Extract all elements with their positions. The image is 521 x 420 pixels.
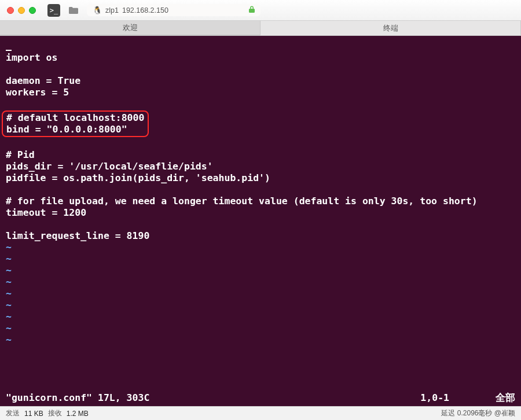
tab-welcome[interactable]: 欢迎 xyxy=(0,21,260,35)
terminal-view[interactable]: import os daemon = True workers = 5 # de… xyxy=(0,36,521,406)
send-value: 11 KB xyxy=(24,410,43,418)
code-line: # Pid xyxy=(6,149,35,160)
close-icon[interactable] xyxy=(7,7,14,14)
code-line: import os xyxy=(6,52,57,63)
tabbar: 欢迎 终端 xyxy=(0,21,521,36)
vim-tilde: ~ xyxy=(6,288,12,299)
host-user: zlp1 xyxy=(105,6,119,14)
code-line: daemon = True xyxy=(6,75,80,86)
window-controls xyxy=(7,7,36,14)
tab-terminal[interactable]: 终端 xyxy=(260,21,521,35)
vim-percent: 全部 xyxy=(496,392,515,404)
folder-icon[interactable] xyxy=(67,4,80,17)
host-ip: 192.168.2.150 xyxy=(122,6,168,14)
code-line: timeout = 1200 xyxy=(6,207,86,218)
vim-tilde: ~ xyxy=(6,311,12,322)
code-line: pids_dir = '/usr/local/seaflie/pids' xyxy=(6,161,213,172)
host-chip[interactable]: 🐧 zlp1 192.168.2.150 xyxy=(87,4,260,16)
vim-tilde: ~ xyxy=(6,334,12,345)
code-line: # default localhost:8000 xyxy=(6,112,144,123)
code-line: bind = "0.0.0.0:8000" xyxy=(6,124,127,135)
code-line: # for file upload, we need a longer time… xyxy=(6,196,478,207)
latency-text: 延迟 0.2096毫秒 @崔颖 xyxy=(441,408,515,418)
cursor-icon xyxy=(6,50,12,51)
zoom-icon[interactable] xyxy=(29,7,36,14)
vim-tilde: ~ xyxy=(6,253,12,264)
recv-value: 1.2 MB xyxy=(67,410,89,418)
highlight-box: # default localhost:8000 bind = "0.0.0.0… xyxy=(2,110,149,137)
send-label: 发送 xyxy=(6,408,20,418)
titlebar: >_ 🐧 zlp1 192.168.2.150 xyxy=(0,0,521,21)
code-line: workers = 5 xyxy=(6,87,69,98)
vim-position: 1,0-1 xyxy=(420,392,449,404)
minimize-icon[interactable] xyxy=(18,7,25,14)
code-line: pidfile = os.path.join(pids_dir, 'seahub… xyxy=(6,172,270,183)
vim-tilde: ~ xyxy=(6,242,12,253)
code-line: limit_request_line = 8190 xyxy=(6,230,149,241)
vim-tilde: ~ xyxy=(6,300,12,311)
vim-file: "gunicorn.conf" 17L, 303C xyxy=(6,392,149,404)
recv-label: 接收 xyxy=(48,408,62,418)
statusbar: 发送 11 KB 接收 1.2 MB 延迟 0.2096毫秒 @崔颖 xyxy=(0,406,521,420)
lock-icon xyxy=(249,6,255,14)
vim-tilde: ~ xyxy=(6,265,12,276)
vim-tilde: ~ xyxy=(6,277,12,288)
vim-statusline: "gunicorn.conf" 17L, 303C 1,0-1 全部 xyxy=(6,392,515,404)
terminal-icon[interactable]: >_ xyxy=(47,4,60,17)
vim-tilde: ~ xyxy=(6,323,12,334)
penguin-icon: 🐧 xyxy=(93,6,102,14)
